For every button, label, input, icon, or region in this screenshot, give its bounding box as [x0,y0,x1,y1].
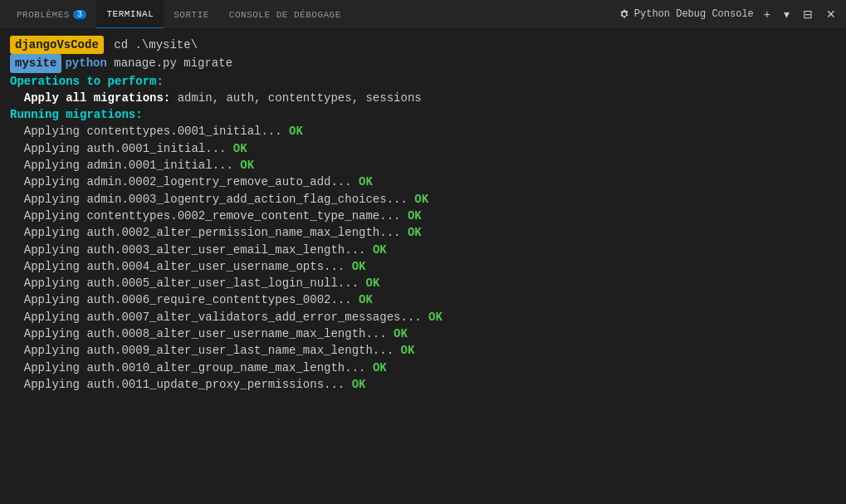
tab-label: CONSOLE DE DÉBOGAGE [229,10,341,20]
ok-badge: OK [282,123,303,139]
terminal-output: djangoVsCode cd .\mysite\ mysite python … [0,29,846,504]
split-terminal-button[interactable]: ▾ [780,6,793,22]
migration-text: Applying auth.0006_require_contenttypes_… [10,291,352,308]
migration-text: Applying auth.0011_update_proxy_permissi… [10,376,345,393]
tab-sortie[interactable]: SORTIE [164,0,219,28]
ok-badge: OK [226,140,247,157]
terminal-line-migration-13: Applying auth.0008_alter_user_username_m… [10,325,836,342]
terminal-line-migration-9: Applying auth.0004_alter_user_username_o… [10,258,836,275]
running-header-text: Running migrations: [10,106,143,123]
apply-all-value: admin, auth, contenttypes, sessions [170,90,421,106]
terminal-line-migration-7: Applying auth.0002_alter_permission_name… [10,224,836,241]
terminal-line-migration-4: Applying admin.0002_logentry_remove_auto… [10,174,836,190]
ok-badge: OK [365,242,386,258]
migration-text: Applying auth.0001_initial... [10,140,226,157]
ok-badge: OK [352,291,373,308]
migration-text: Applying auth.0005_alter_user_last_login… [10,275,359,291]
debug-console-label: Python Debug Console [634,8,754,20]
terminal-line-apply-all: Apply all migrations: admin, auth, conte… [10,90,836,106]
terminal-line-migration-3: Applying admin.0001_initial... OK [10,157,836,174]
ok-badge: OK [400,208,421,224]
terminal-line-migration-1: Applying contenttypes.0001_initial... OK [10,123,836,139]
tab-badge: 3 [73,10,87,19]
ops-header-text: Operations to perform: [10,73,164,90]
terminal-line-migration-11: Applying auth.0006_require_contenttypes_… [10,291,836,308]
migration-text: Applying auth.0002_alter_permission_name… [10,224,400,241]
migration-text: Applying contenttypes.0001_initial... [10,123,282,139]
cmd-migrate: manage.py migrate [107,55,232,71]
terminal-line-migration-12: Applying auth.0007_alter_validators_add_… [10,309,836,325]
ok-badge: OK [387,325,408,342]
terminal-line-migration-5: Applying admin.0003_logentry_add_action_… [10,191,836,208]
debug-console-info: Python Debug Console [619,8,754,20]
cmd-python-word: python [65,55,106,71]
terminal-line-migration-14: Applying auth.0009_alter_user_last_name_… [10,342,836,359]
layout-button[interactable]: ⊟ [800,6,816,22]
migration-text: Applying admin.0003_logentry_add_action_… [10,191,408,208]
terminal-line-migration-16: Applying auth.0011_update_proxy_permissi… [10,376,836,393]
ok-badge: OK [408,191,428,208]
prompt-mysite: mysite [10,54,61,72]
tab-bar-left: PROBLÈMES 3 TERMINAL SORTIE CONSOLE DE D… [7,0,351,28]
migration-text: Applying auth.0008_alter_user_username_m… [10,325,387,342]
ok-badge: OK [365,360,386,376]
apply-all-label: Apply all migrations: [10,90,170,106]
terminal-line-python: mysite python manage.py migrate [10,54,836,72]
terminal-line-cd: djangoVsCode cd .\mysite\ [10,36,836,54]
terminal-line-migration-8: Applying auth.0003_alter_user_email_max_… [10,242,836,258]
cmd-cd: cd .\mysite\ [107,37,198,53]
terminal-line-migration-15: Applying auth.0010_alter_group_name_max_… [10,360,836,376]
migration-text: Applying auth.0003_alter_user_email_max_… [10,242,365,258]
ok-badge: OK [422,309,443,325]
terminal-line-ops-header: Operations to perform: [10,73,836,90]
migration-text: Applying contenttypes.0002_remove_conten… [10,208,400,224]
tab-label: SORTIE [174,10,209,20]
ok-badge: OK [394,342,414,359]
ok-badge: OK [400,224,421,241]
terminal-line-migration-2: Applying auth.0001_initial... OK [10,140,836,157]
migration-text: Applying auth.0007_alter_validators_add_… [10,309,422,325]
tab-problemes[interactable]: PROBLÈMES 3 [7,0,96,28]
migration-text: Applying admin.0001_initial... [10,157,233,174]
ok-badge: OK [352,174,373,190]
ok-badge: OK [345,258,365,275]
close-panel-button[interactable]: ✕ [823,6,839,22]
tab-label: TERMINAL [106,9,154,19]
add-terminal-button[interactable]: + [760,6,774,22]
gear-icon [619,8,630,20]
terminal-line-running-header: Running migrations: [10,106,836,123]
close-icon: ✕ [826,7,836,21]
migration-text: Applying auth.0004_alter_user_username_o… [10,258,345,275]
tab-console-debogage[interactable]: CONSOLE DE DÉBOGAGE [219,0,351,28]
migration-text: Applying admin.0002_logentry_remove_auto… [10,174,352,190]
migration-text: Applying auth.0010_alter_group_name_max_… [10,360,365,376]
terminal-line-migration-6: Applying contenttypes.0002_remove_conten… [10,208,836,224]
split-icon: ⊟ [803,7,813,21]
prompt-django: djangoVsCode [10,36,104,54]
ok-badge: OK [233,157,254,174]
migration-text: Applying auth.0009_alter_user_last_name_… [10,342,394,359]
tab-label: PROBLÈMES [17,10,70,20]
tab-bar-right: Python Debug Console + ▾ ⊟ ✕ [619,6,839,22]
ok-badge: OK [345,376,365,393]
ok-badge: OK [359,275,379,291]
terminal-line-migration-10: Applying auth.0005_alter_user_last_login… [10,275,836,291]
chevron-down-icon: ▾ [784,7,790,21]
tab-bar: PROBLÈMES 3 TERMINAL SORTIE CONSOLE DE D… [0,0,846,29]
tab-terminal[interactable]: TERMINAL [96,0,164,28]
